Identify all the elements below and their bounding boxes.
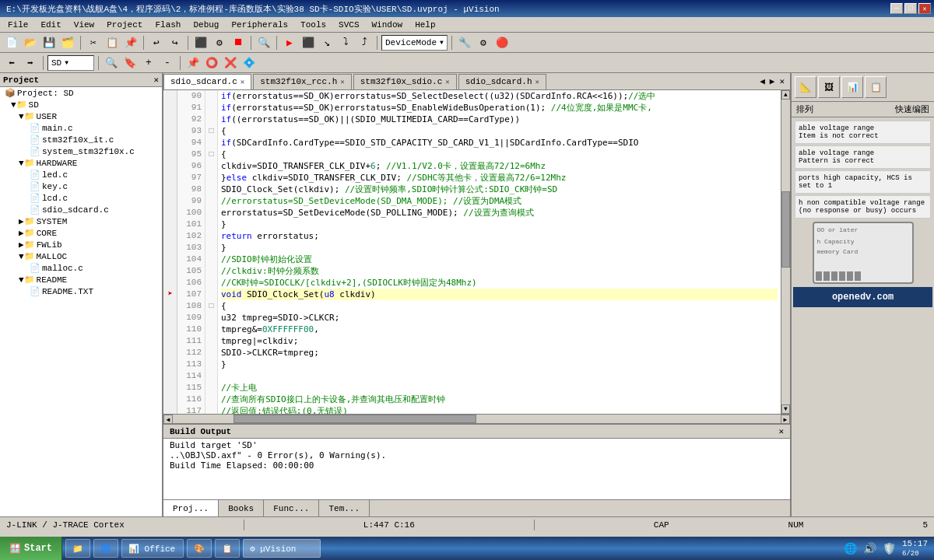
tab-nav-left-icon[interactable]: ◀ [757,76,767,86]
close-tab-sdcard-h-icon[interactable]: ✕ [535,78,539,86]
del-bookmark-button[interactable]: - [159,54,176,72]
tree-item-stm32it[interactable]: 📄 stm32f10x_it.c [0,134,162,145]
tree-item-readme[interactable]: ▼ 📁 README [0,274,162,285]
redo-button[interactable]: ↪ [167,34,184,51]
search-button[interactable]: 🔍 [255,34,272,51]
pin-button[interactable]: 📌 [184,54,202,72]
debug-stepout-button[interactable]: ⤴ [356,34,373,51]
cut-button[interactable]: ✂️ [85,34,102,51]
prev-button[interactable]: ⬅ [3,54,20,72]
tab-stm32f10x-rcc[interactable]: stm32f10x_rcc.h ✕ [253,74,351,89]
undo-button[interactable]: ↩ [148,34,165,51]
project-close-icon[interactable]: ✕ [153,75,159,85]
code-content[interactable]: if(errorstatus==SD_OK)errorstatus=SD_Sel… [218,90,781,414]
close-tab-sdio-icon[interactable]: ✕ [241,78,244,86]
r3-button[interactable]: 📊 [841,76,863,98]
fold-93[interactable]: □ [205,125,217,137]
add-bookmark-button[interactable]: + [140,54,157,72]
debug2-button[interactable]: 🔴 [493,34,511,51]
scroll-thumb[interactable] [781,191,790,268]
tab-close-all-icon[interactable]: ✕ [777,76,787,86]
cpu-icon[interactable]: 🔧 [456,34,473,51]
menu-tools[interactable]: Tools [294,19,332,31]
taskbar-app-keil[interactable]: ⚙️ μVision [243,539,321,558]
h-scroll-track[interactable] [173,415,781,423]
tree-item-mainc[interactable]: 📄 main.c [0,122,162,134]
save-all-button[interactable]: 🗂️ [59,34,76,51]
tree-item-readmetxt[interactable]: 📄 README.TXT [0,285,162,297]
view-button[interactable]: 🖼 [818,76,840,98]
tree-item-keyc[interactable]: 📄 key.c [0,180,162,192]
tree-root[interactable]: 📦 Project: SD [0,87,162,99]
sd-dropdown[interactable]: SD ▼ [47,55,94,71]
circle-button[interactable]: ⭕ [203,54,220,72]
stop-button[interactable]: ⏹ [230,34,247,51]
menu-debug[interactable]: Debug [187,19,225,31]
start-button[interactable]: 🪟 Start [0,537,62,560]
paste-button[interactable]: 📌 [122,34,139,51]
debug-step-button[interactable]: ↘ [318,34,335,51]
maximize-button[interactable]: □ [904,3,917,14]
tree-item-core[interactable]: ▶ 📁 CORE [0,227,162,239]
bookmark-button[interactable]: 🔖 [121,54,139,72]
code-editor[interactable]: ➤ 90 91 92 93 94 95 [163,90,790,414]
bottom-tab-func[interactable]: Func... [264,500,319,516]
debug-start-button[interactable]: ▶ [281,34,298,51]
tab-stm32f10x-sdio[interactable]: stm32f10x_sdio.c ✕ [353,74,457,89]
vertical-scrollbar[interactable]: ▲ ▼ [781,90,790,414]
taskbar-app-word[interactable]: 📋 [215,539,240,558]
minimize-button[interactable]: ─ [890,3,903,14]
tree-item-sd[interactable]: ▼ 📁 SD [0,99,162,110]
settings-button[interactable]: ⚙ [475,34,492,51]
close-button[interactable]: ✕ [918,3,931,14]
menu-flash[interactable]: Flash [149,19,187,31]
new-button[interactable]: 📄 [3,34,20,51]
diamond-button[interactable]: 💠 [241,54,258,72]
menu-project[interactable]: Project [100,19,149,31]
tree-item-fwlib[interactable]: ▶ 📁 FWLib [0,239,162,250]
bottom-tab-tem[interactable]: Tem... [319,500,370,516]
menu-peripherals[interactable]: Peripherals [225,19,294,31]
close-tab-sdio-c-icon[interactable]: ✕ [445,78,449,86]
build-button[interactable]: ⬛ [192,34,209,51]
tree-item-system[interactable]: 📄 system_stm32f10x.c [0,145,162,157]
taskbar-app-ie[interactable]: 🌀 [93,539,118,558]
taskbar-app-office[interactable]: 📊 Office [121,539,184,558]
tree-item-system-folder[interactable]: ▶ 📁 SYSTEM [0,215,162,227]
build-output-content[interactable]: Build target 'SD' ..\OBJ\SD.axf" - 0 Err… [163,439,790,499]
build-output-close-icon[interactable]: ✕ [778,426,784,436]
tree-item-ledc[interactable]: 📄 led.c [0,169,162,180]
build2-button[interactable]: ⚙️ [211,34,228,51]
scroll-down-button[interactable]: ▼ [781,404,790,414]
r4-button[interactable]: 📋 [865,76,887,98]
menu-view[interactable]: View [68,19,100,31]
tab-nav-right-icon[interactable]: ▶ [767,76,778,86]
arrange-button[interactable]: 📐 [795,76,816,98]
device-mode-dropdown[interactable]: DeviceMode ▼ [381,35,448,51]
bottom-tab-books[interactable]: Books [219,500,264,516]
menu-file[interactable]: File [2,19,34,31]
save-button[interactable]: 💾 [40,34,58,51]
scroll-track[interactable] [781,100,790,404]
menu-window[interactable]: Window [366,19,409,31]
tab-sdio-sdcard-c[interactable]: sdio_sdcard.c ✕ [163,74,251,89]
tree-item-sdio[interactable]: 📄 sdio_sdcard.c [0,204,162,215]
menu-help[interactable]: Help [409,19,441,31]
tree-item-user[interactable]: ▼ 📁 USER [0,110,162,122]
debug-stepover-button[interactable]: ⤵ [337,34,354,51]
x-button[interactable]: ❌ [222,54,239,72]
tree-item-mallocc[interactable]: 📄 malloc.c [0,262,162,274]
menu-edit[interactable]: Edit [34,19,67,31]
tree-item-malloc[interactable]: ▼ 📁 MALLOC [0,250,162,262]
scroll-up-button[interactable]: ▲ [781,90,790,100]
taskbar-app-ppt[interactable]: 🎨 [187,539,212,558]
bottom-tab-proj[interactable]: Proj... [163,500,219,516]
horizontal-scrollbar[interactable]: ◀ ▶ [163,414,790,423]
fold-95[interactable]: □ [205,149,217,160]
tree-item-hardware[interactable]: ▼ 📁 HARDWARE [0,157,162,169]
open-button[interactable]: 📂 [22,34,39,51]
debug-stop-button[interactable]: ⬛ [300,34,317,51]
next-button[interactable]: ➡ [22,54,39,72]
tab-sdio-sdcard-h[interactable]: sdio_sdcard.h ✕ [458,74,546,89]
copy-button[interactable]: 📋 [104,34,121,51]
